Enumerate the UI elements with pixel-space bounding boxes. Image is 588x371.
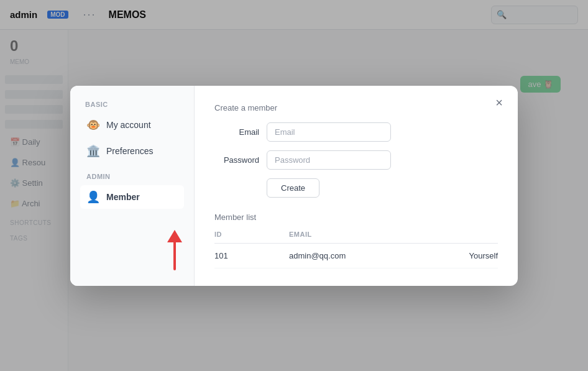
preferences-label: Preferences xyxy=(106,146,153,156)
modal-overlay: Basic 🐵 My account 🏛️ Preferences Admin … xyxy=(0,0,588,371)
email-label: Email xyxy=(214,127,259,137)
sidebar-item-member[interactable]: 👤 Member xyxy=(80,185,184,209)
member-id: 101 xyxy=(214,243,289,268)
member-email[interactable]: admin@qq.com xyxy=(289,243,448,268)
create-member-title: Create a member xyxy=(214,103,498,112)
svg-marker-1 xyxy=(167,230,182,242)
sidebar-item-preferences[interactable]: 🏛️ Preferences xyxy=(80,139,184,163)
member-icon: 👤 xyxy=(86,190,100,204)
admin-section-label: Admin xyxy=(80,173,184,180)
preferences-icon: 🏛️ xyxy=(86,144,100,158)
basic-section-label: Basic xyxy=(80,101,184,108)
member-tag: Yourself xyxy=(448,243,498,268)
member-list-title: Member list xyxy=(214,213,498,222)
table-row: 101 admin@qq.com Yourself xyxy=(214,243,498,268)
modal-main-content: × Create a member Email Password Create … xyxy=(195,86,518,286)
col-header-id: ID xyxy=(214,231,289,244)
my-account-icon: 🐵 xyxy=(86,118,100,132)
create-button[interactable]: Create xyxy=(267,178,319,198)
member-label: Member xyxy=(106,192,140,202)
password-form-group: Password xyxy=(214,150,498,170)
sidebar-item-my-account[interactable]: 🐵 My account xyxy=(80,113,184,137)
member-table: ID EMAIL 101 admin@qq.com Yourself xyxy=(214,231,498,268)
arrow-indicator xyxy=(162,229,187,275)
close-button[interactable]: × xyxy=(490,94,508,112)
email-form-group: Email xyxy=(214,122,498,142)
col-header-action xyxy=(448,231,498,244)
email-input[interactable] xyxy=(267,122,391,142)
col-header-email: EMAIL xyxy=(289,231,448,244)
password-input[interactable] xyxy=(267,150,391,170)
modal: Basic 🐵 My account 🏛️ Preferences Admin … xyxy=(70,86,518,286)
my-account-label: My account xyxy=(106,120,151,130)
password-label: Password xyxy=(214,155,259,165)
